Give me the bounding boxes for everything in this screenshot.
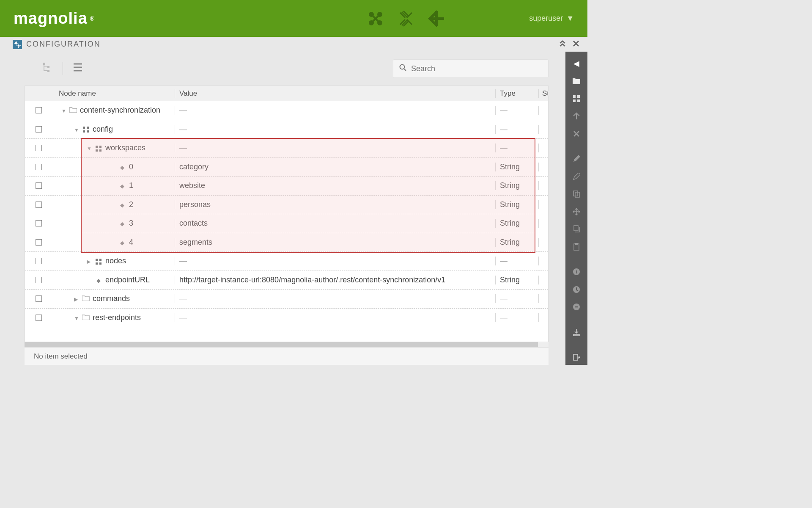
svg-rect-20 (83, 127, 85, 129)
row-checkbox[interactable] (36, 107, 42, 113)
row-checkbox[interactable] (36, 315, 42, 321)
table-row[interactable]: ◆2personasString (25, 196, 548, 215)
svg-rect-21 (87, 127, 89, 129)
copy-icon[interactable] (570, 224, 583, 235)
table-row[interactable]: ◆endpointURLhttp://target-instance-url:8… (25, 271, 548, 290)
svg-rect-41 (575, 243, 578, 245)
node-name: 2 (129, 200, 133, 209)
brand-logo[interactable]: magnolia® (14, 9, 94, 28)
node-type: — (496, 144, 539, 152)
search-box[interactable] (393, 59, 549, 78)
list-view-icon[interactable] (72, 62, 83, 76)
delete-icon[interactable] (570, 128, 583, 140)
paste-icon[interactable] (570, 241, 583, 253)
duplicate-icon[interactable] (570, 188, 583, 200)
table-row[interactable]: ▼rest-endpoints—— (25, 309, 548, 328)
table-header: Node name Value Type St (25, 86, 548, 101)
apps-icon[interactable] (366, 9, 385, 28)
col-value[interactable]: Value (175, 89, 496, 98)
col-name[interactable]: Node name (52, 89, 175, 98)
table-row[interactable]: ▼content-synchronization—— (25, 101, 548, 120)
node-type: — (496, 125, 539, 134)
row-checkbox[interactable] (36, 202, 42, 208)
svg-rect-40 (574, 244, 579, 250)
row-checkbox[interactable] (36, 126, 42, 133)
import-icon[interactable] (570, 326, 583, 338)
property-icon: ◆ (118, 183, 126, 189)
node-name: 4 (129, 238, 133, 246)
activate-icon[interactable] (570, 284, 583, 295)
property-icon: ◆ (118, 221, 126, 227)
node-type: String (496, 163, 539, 171)
col-status[interactable]: St (539, 89, 548, 98)
add-content-icon[interactable] (570, 93, 583, 105)
folder-icon (82, 313, 90, 322)
node-value: — (175, 257, 496, 265)
close-icon[interactable] (572, 39, 580, 50)
row-checkbox[interactable] (36, 220, 42, 226)
table-row[interactable]: ▶commands—— (25, 290, 548, 309)
horizontal-scrollbar[interactable] (25, 342, 549, 347)
chevron-down-icon[interactable]: ▼ (61, 108, 67, 114)
user-menu[interactable]: superuser ▼ (529, 14, 574, 23)
chevron-down-icon[interactable]: ▼ (74, 127, 80, 133)
tree-body[interactable]: ▼content-synchronization——▼config——▼work… (25, 101, 548, 342)
tree-view-icon[interactable] (42, 62, 53, 76)
rename-icon[interactable] (570, 171, 583, 182)
info-icon[interactable]: i (570, 266, 583, 278)
chevron-down-icon[interactable]: ▼ (87, 146, 93, 152)
table-row[interactable]: ◆3contactsString (25, 214, 548, 233)
top-header: magnolia® superuser ▼ (0, 0, 587, 37)
content-panel: Node name Value Type St ▼content-synchro… (0, 52, 565, 365)
add-folder-icon[interactable] (570, 75, 583, 87)
node-value: category (175, 163, 496, 171)
content-node-icon (82, 125, 90, 134)
node-type: String (496, 181, 539, 190)
chevron-right-icon[interactable]: ▶ (87, 259, 93, 265)
chevron-down-icon[interactable]: ▼ (74, 315, 80, 321)
svg-rect-38 (575, 192, 579, 197)
toolbar (0, 59, 565, 78)
table-row[interactable]: ▼workspaces—— (25, 139, 548, 158)
node-name: workspaces (105, 144, 145, 152)
edit-icon[interactable] (570, 153, 583, 165)
pulse-icon[interactable] (397, 9, 415, 28)
add-property-icon[interactable] (570, 110, 583, 122)
row-checkbox[interactable] (36, 164, 42, 170)
row-checkbox[interactable] (36, 145, 42, 151)
favorites-icon[interactable] (427, 9, 446, 28)
title-bar: CONFIGURATION (0, 37, 587, 52)
export-icon[interactable] (570, 352, 583, 364)
node-value: — (175, 294, 496, 303)
node-type: — (496, 257, 539, 265)
row-checkbox[interactable] (36, 258, 42, 264)
table-row[interactable]: ◆4segmentsString (25, 233, 548, 252)
collapse-icon[interactable] (559, 39, 566, 50)
search-input[interactable] (411, 64, 542, 73)
expand-sidebar-icon[interactable]: ◀ (570, 58, 583, 69)
svg-rect-47 (573, 354, 578, 360)
row-checkbox[interactable] (36, 182, 42, 189)
col-type[interactable]: Type (496, 89, 539, 98)
node-type: String (496, 238, 539, 247)
content-node-icon (94, 144, 103, 152)
property-icon: ◆ (94, 277, 103, 284)
move-icon[interactable] (570, 206, 583, 218)
node-name: 3 (129, 219, 133, 227)
svg-rect-12 (43, 63, 45, 65)
row-checkbox[interactable] (36, 295, 42, 302)
table-row[interactable]: ▶nodes—— (25, 252, 548, 271)
node-value: http://target-instance-url:8080/magnolia… (175, 276, 496, 284)
table-row[interactable]: ◆1websiteString (25, 177, 548, 196)
table-row[interactable]: ▼config—— (25, 120, 548, 139)
header-center-icons (366, 9, 446, 28)
chevron-right-icon[interactable]: ▶ (74, 296, 80, 302)
node-type: — (496, 106, 539, 115)
node-value: — (175, 106, 496, 115)
node-value: segments (175, 238, 496, 247)
table-row[interactable]: ◆0categoryString (25, 158, 548, 177)
row-checkbox[interactable] (36, 277, 42, 283)
deactivate-icon[interactable] (570, 301, 583, 313)
node-value: contacts (175, 219, 496, 228)
row-checkbox[interactable] (36, 239, 42, 246)
